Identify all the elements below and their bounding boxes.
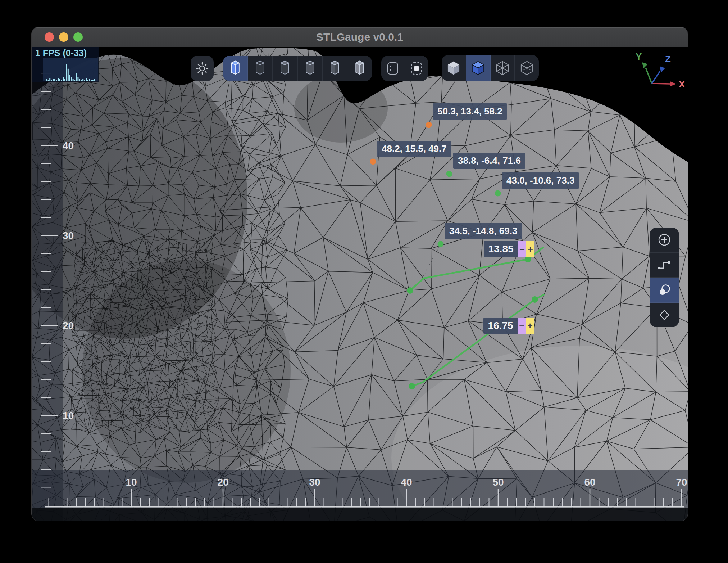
app-window: STLGauge v0.0.1 4030201010203040506070 1… [32, 27, 688, 521]
left-ruler-label: 40 [63, 140, 74, 151]
measurement-value: 13.85 [484, 241, 518, 257]
frame-corners-icon [385, 60, 401, 77]
face-select-icon [656, 307, 672, 323]
box-edges-selected-icon [228, 59, 242, 78]
box-edges-icon [253, 59, 267, 78]
edge-mode-button-1[interactable] [223, 56, 248, 81]
point-marker[interactable] [370, 159, 376, 165]
measurement-endpoint[interactable] [532, 296, 538, 303]
left-ruler-label: 20 [63, 320, 74, 331]
sphere-probe-icon [656, 282, 672, 298]
bottom-ruler-label: 40 [401, 477, 412, 488]
x-axis-arrow [670, 81, 676, 86]
mesh-canvas[interactable]: 4030201010203040506070 [32, 47, 688, 521]
edge-mode-button-6[interactable] [347, 56, 372, 81]
edge-mode-button-4[interactable] [298, 56, 323, 81]
z-axis-arrow [660, 66, 665, 73]
bottom-ruler-label: 50 [492, 477, 504, 488]
sphere-probe-button[interactable] [650, 278, 679, 303]
marquee-select-icon [409, 60, 424, 77]
fps-label: 1 FPS (0-33) [35, 48, 87, 58]
point-coordinate-label: 50.3, 13.4, 58.2 [433, 103, 507, 120]
measure-path-icon [656, 257, 672, 273]
fps-widget: 1 FPS (0-33) [32, 47, 99, 82]
left-ruler-label: 10 [63, 410, 74, 421]
measure-path-button[interactable] [650, 253, 679, 278]
decrease-button[interactable]: − [518, 318, 526, 334]
point-marker[interactable] [438, 241, 444, 247]
cube-wireframe-icon [495, 60, 510, 76]
point-coordinate-label: 38.8, -6.4, 71.6 [453, 153, 525, 169]
side-toolbar [650, 228, 679, 327]
increase-button[interactable]: + [526, 318, 534, 334]
point-coordinate-label: 48.2, 15.5, 49.7 [377, 141, 451, 157]
box-edges-icon [328, 59, 342, 78]
bottom-ruler-label: 10 [126, 477, 137, 488]
left-ruler-label: 30 [63, 230, 74, 241]
y-axis-arrow [642, 62, 648, 68]
sun-icon [194, 60, 210, 76]
axis-gizmo[interactable]: X Y Z [631, 50, 688, 94]
y-axis-label: Y [636, 51, 642, 62]
z-axis-label: Z [665, 54, 671, 64]
titlebar[interactable]: STLGauge v0.0.1 [32, 27, 688, 48]
ruler-bottom: 10203040506070 [32, 470, 688, 521]
bunny-mesh[interactable] [32, 47, 688, 521]
fps-histogram [43, 58, 98, 81]
edge-mode-button-3[interactable] [273, 56, 297, 81]
bottom-ruler-label: 70 [676, 477, 687, 488]
increase-button[interactable]: + [526, 241, 534, 257]
shading-hidden-line-button[interactable] [515, 55, 539, 81]
measurement-widget: 16.75 − + [483, 318, 534, 334]
frame-corners-button[interactable] [381, 56, 405, 81]
add-point-icon [656, 232, 672, 248]
point-coordinate-label: 43.0, -10.6, 73.3 [502, 172, 579, 189]
bottom-ruler-label: 60 [584, 477, 595, 488]
decrease-button[interactable]: − [518, 241, 526, 257]
box-edges-icon [303, 59, 317, 78]
viewport[interactable]: 4030201010203040506070 1 FPS (0-33) [32, 47, 688, 521]
shading-shaded-button[interactable] [466, 55, 491, 81]
marquee-select-button[interactable] [405, 56, 428, 81]
add-point-button[interactable] [650, 228, 679, 253]
shading-mode-toolbar [442, 55, 539, 81]
bottom-ruler-label: 30 [309, 477, 320, 488]
face-select-button[interactable] [650, 303, 679, 328]
cube-shaded-icon [470, 60, 486, 76]
edge-mode-button-5[interactable] [323, 56, 347, 81]
brightness-button[interactable] [191, 56, 214, 81]
point-coordinate-label: 34.5, -14.8, 69.3 [445, 223, 522, 239]
box-edges-icon [278, 59, 292, 78]
edge-mode-toolbar [223, 56, 372, 81]
window-title: STLGauge v0.0.1 [32, 27, 688, 47]
point-marker[interactable] [495, 190, 501, 197]
measurement-widget: 13.85 − + [484, 241, 534, 257]
selection-mode-toolbar [381, 56, 428, 81]
shading-solid-button[interactable] [442, 55, 466, 81]
x-axis-label: X [679, 79, 685, 90]
point-marker[interactable] [426, 122, 432, 128]
shading-wireframe-button[interactable] [491, 55, 515, 81]
edge-mode-button-2[interactable] [248, 56, 273, 81]
cube-solid-icon [446, 60, 461, 76]
measurement-endpoint[interactable] [407, 287, 413, 294]
measurement-value: 16.75 [483, 318, 518, 334]
cube-hidden-line-icon [519, 60, 534, 76]
box-edges-icon [352, 59, 367, 78]
bottom-ruler-label: 20 [217, 477, 228, 488]
point-marker[interactable] [446, 171, 452, 177]
measurement-endpoint[interactable] [409, 383, 415, 389]
